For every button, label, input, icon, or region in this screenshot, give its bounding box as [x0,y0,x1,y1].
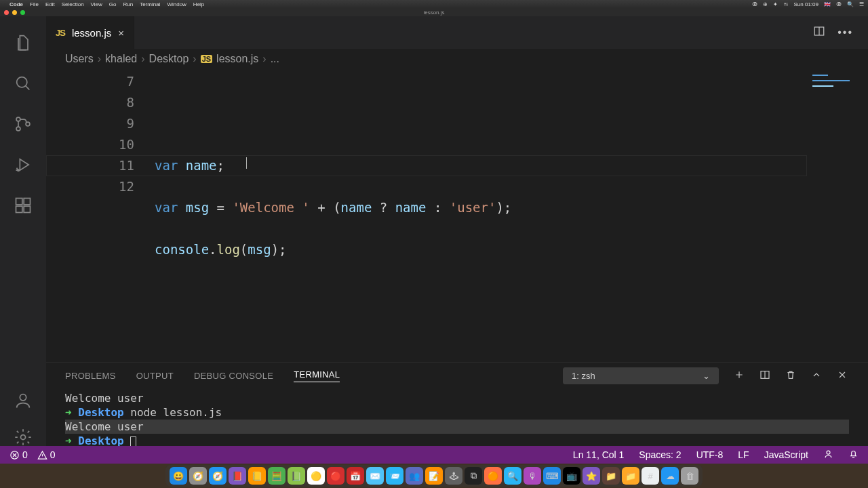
panel-close-icon[interactable] [837,369,848,382]
search-icon[interactable] [12,69,35,98]
dock-app-icon[interactable]: 📨 [386,467,403,485]
menubar-status-item[interactable]: ✦ [773,1,778,7]
code-line[interactable] [155,134,868,155]
menubar-status-item[interactable]: 🔍 [847,1,854,7]
breadcrumb-segment[interactable]: khaled [105,53,137,65]
tab-close-icon[interactable]: × [118,27,124,39]
code-line[interactable]: console.log(msg); [155,239,868,260]
dock-app-icon[interactable]: ⭐ [583,467,600,485]
dock-app-icon[interactable]: 🟠 [484,467,502,485]
window-traffic-lights[interactable] [4,10,25,15]
code-content[interactable]: var name; var msg = 'Welcome ' + (name ?… [155,69,868,362]
explorer-icon[interactable] [12,28,35,57]
dock-app-icon[interactable]: ✉️ [366,467,384,485]
breadcrumb-segment[interactable]: lesson.js [216,53,258,65]
dock-app-icon[interactable]: 📁 [602,467,620,485]
menubar-item[interactable]: Help [193,1,204,7]
panel-tab[interactable]: TERMINAL [294,369,340,382]
code-line[interactable]: var msg = 'Welcome ' + (name ? name : 'u… [155,197,868,218]
split-terminal-icon[interactable] [760,369,770,382]
panel-chevron-up-icon[interactable] [811,369,822,382]
window-zoom-icon[interactable] [20,10,25,15]
breadcrumb-separator-icon: › [98,53,101,65]
dock-app-icon[interactable]: 🗑 [681,467,698,485]
dock-app-icon[interactable]: 🔴 [327,467,344,485]
terminal-selector[interactable]: 1: zsh ⌄ [563,367,719,384]
dock-app-icon[interactable]: 📕 [229,467,246,485]
dock-app-icon[interactable]: 📒 [248,467,266,485]
menubar-status-item[interactable]: ☰ [859,1,864,7]
panel-tab[interactable]: DEBUG CONSOLE [194,371,273,381]
status-encoding[interactable]: UTF-8 [696,449,724,460]
menubar-item[interactable]: Edit [45,1,55,7]
accounts-icon[interactable] [12,386,35,415]
dock-app-icon[interactable]: 📅 [347,467,364,485]
menubar-status-item[interactable]: ᯾ [783,1,789,7]
dock-app-icon[interactable]: 🧭 [189,467,207,485]
extensions-icon[interactable] [12,191,35,220]
menubar-item[interactable]: Terminal [140,1,160,7]
status-warnings[interactable]: 0 [37,449,56,460]
menubar-item[interactable]: Window [167,1,186,7]
breadcrumb-separator-icon: › [193,53,196,65]
minimap[interactable] [810,69,868,362]
breadcrumb-segment[interactable]: Users [65,53,94,65]
dock-app-icon[interactable]: 👥 [406,467,423,485]
dock-app-icon[interactable]: # [642,467,659,485]
status-language[interactable]: JavaScript [764,449,808,460]
menubar-item[interactable]: Run [123,1,133,7]
panel-tab[interactable]: OUTPUT [136,371,174,381]
breadcrumb[interactable]: Users›khaled›Desktop›JS lesson.js›... [46,49,868,69]
editor-group: JS lesson.js × ••• Users›khaled›Desktop›… [46,16,868,464]
window-close-icon[interactable] [4,10,9,15]
kill-terminal-icon[interactable] [785,369,796,382]
more-actions-icon[interactable]: ••• [837,26,853,39]
dock-app-icon[interactable]: 🧮 [268,467,285,485]
dock-app-icon[interactable]: 📗 [288,467,305,485]
menubar-status-item[interactable]: ⦿ [752,1,757,7]
line-number: 10 [46,134,134,155]
dock-app-icon[interactable]: 🟡 [307,467,325,485]
code-line[interactable]: var name; [155,155,868,176]
menubar-status-item[interactable]: ⦿ [836,1,842,7]
panel-tab[interactable]: PROBLEMS [65,371,116,381]
dock-app-icon[interactable]: 📁 [622,467,639,485]
menubar-status-item[interactable]: Sun 01:09 [794,1,818,7]
dock-app-icon[interactable]: 🔍 [504,467,521,485]
window-minimize-icon[interactable] [12,10,17,15]
dock-app-icon[interactable]: 📝 [425,467,443,485]
status-eol[interactable]: LF [738,449,749,460]
menubar-item[interactable]: File [30,1,39,7]
breadcrumb-segment[interactable]: Desktop [149,53,189,65]
new-terminal-icon[interactable] [734,369,745,382]
status-indent[interactable]: Spaces: 2 [639,449,681,460]
dock-app-icon[interactable]: 📺 [563,467,580,485]
menubar-app-name[interactable]: Code [9,1,23,7]
menubar-item[interactable]: Go [109,1,117,7]
code-editor[interactable]: 789101112 var name; var msg = 'Welcome '… [46,69,868,362]
source-control-icon[interactable] [12,110,35,138]
menubar-status-item[interactable]: ⊕ [763,1,768,7]
dock-app-icon[interactable]: 🎙 [524,467,541,485]
split-editor-icon[interactable] [813,25,825,40]
dock-app-icon[interactable]: ☁ [661,467,679,485]
code-line[interactable] [155,176,868,197]
dock-app-icon[interactable]: 🕹 [445,467,462,485]
editor-tab-lesson-js[interactable]: JS lesson.js × [46,16,134,49]
dock-app-icon[interactable]: 😀 [170,467,187,485]
dock-app-icon[interactable]: ⧉ [465,467,482,485]
breadcrumb-segment[interactable]: ... [271,53,279,65]
feedback-icon[interactable] [823,449,833,461]
menubar-status-item[interactable]: 🇬🇧 [824,1,831,7]
menubar-item[interactable]: Selection [62,1,84,7]
line-number: 9 [46,113,134,134]
svg-point-9 [20,394,26,401]
dock-app-icon[interactable]: 🧭 [209,467,226,485]
status-errors[interactable]: 0 [9,449,28,460]
menubar-item[interactable]: View [91,1,102,7]
run-debug-icon[interactable] [12,150,35,179]
code-line[interactable] [155,218,868,239]
notifications-bell-icon[interactable] [848,449,859,461]
status-cursor-position[interactable]: Ln 11, Col 1 [573,449,625,460]
dock-app-icon[interactable]: ⌨ [543,467,561,485]
